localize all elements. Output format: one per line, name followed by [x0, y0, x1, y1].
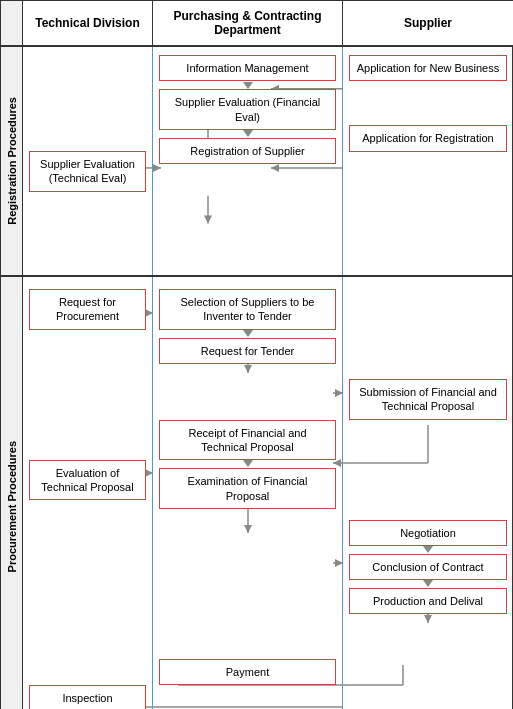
tech-div-header: Technical Division [23, 1, 153, 45]
app-new-business-box: Application for New Business [349, 55, 507, 81]
reg-sup-col: Application for New Business Application… [343, 47, 513, 275]
info-mgmt-box: Information Management [159, 55, 336, 81]
procurement-label: Procurement Procedures [1, 277, 23, 709]
examination-financial-box: Examination of Financial Proposal [159, 468, 336, 509]
supplier-header: Supplier [343, 1, 513, 45]
header-row: Technical Division Purchasing & Contract… [1, 1, 512, 47]
registration-label: Registration Procedures [1, 47, 23, 275]
supplier-eval-fin-box: Supplier Evaluation (Financial Eval) [159, 89, 336, 130]
request-tender-box: Request for Tender [159, 338, 336, 364]
receipt-financial-box: Receipt of Financial and Technical Propo… [159, 420, 336, 461]
production-delival-box: Production and Delival [349, 588, 507, 614]
pcd-header: Purchasing & Contracting Department [153, 1, 343, 45]
conclusion-contract-box: Conclusion of Contract [349, 554, 507, 580]
diagram-container: Technical Division Purchasing & Contract… [0, 0, 513, 709]
payment-box: Payment [159, 659, 336, 685]
header-spacer [1, 1, 23, 45]
proc-pcd-col: Selection of Suppliers to be Inventer to… [153, 277, 343, 709]
selection-suppliers-box: Selection of Suppliers to be Inventer to… [159, 289, 336, 330]
negotiation-box: Negotiation [349, 520, 507, 546]
request-procurement-box: Request for Procurement [29, 289, 146, 330]
app-registration-box: Application for Registration [349, 125, 507, 151]
procurement-section: Procurement Procedures [1, 277, 512, 709]
reg-tech-col: Supplier Evaluation (Technical Eval) [23, 47, 153, 275]
reg-pcd-col: Information Management Supplier Evaluati… [153, 47, 343, 275]
registration-supplier-box: Registration of Supplier [159, 138, 336, 164]
registration-section: Registration Procedures [1, 47, 512, 277]
inspection-box: Inspection [29, 685, 146, 709]
proc-sup-col: Submission of Financial and Technical Pr… [343, 277, 513, 709]
supplier-eval-tech-box: Supplier Evaluation (Technical Eval) [29, 151, 146, 192]
submission-financial-box: Submission of Financial and Technical Pr… [349, 379, 507, 420]
proc-tech-col: Request for Procurement Evaluation of Te… [23, 277, 153, 709]
eval-technical-proposal-box: Evaluation of Technical Proposal [29, 460, 146, 501]
